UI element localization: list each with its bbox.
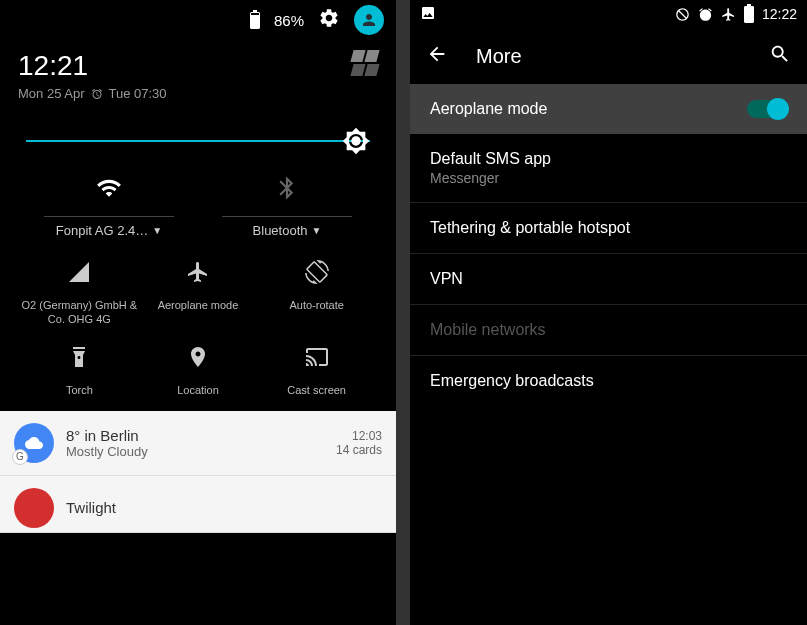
chevron-down-icon: ▼ [152, 225, 162, 236]
airplane-label: Aeroplane mode [158, 298, 239, 312]
row-mobile-networks: Mobile networks [410, 305, 807, 355]
brightness-icon[interactable] [342, 127, 370, 155]
emergency-label: Emergency broadcasts [430, 372, 594, 390]
airplane-tile[interactable]: Aeroplane mode [139, 260, 258, 327]
location-tile[interactable]: Location [139, 345, 258, 397]
toolbar: More [410, 28, 807, 84]
signal-label: O2 (Germany) GmbH & Co. OHG 4G [20, 298, 139, 327]
wifi-icon [96, 170, 122, 206]
status-bar: 86% [0, 0, 396, 40]
row-emergency[interactable]: Emergency broadcasts [410, 356, 807, 406]
search-icon[interactable] [769, 43, 791, 69]
sms-label: Default SMS app [430, 150, 551, 168]
notif-time: 12:03 [336, 429, 382, 443]
wifi-tile[interactable]: Fonpit AG 2.4…▼ [20, 170, 198, 238]
date-row[interactable]: Mon 25 Apr Tue 07:30 [0, 86, 396, 115]
airplane-icon [721, 7, 736, 22]
bluetooth-icon [274, 170, 300, 206]
sms-sublabel: Messenger [430, 170, 551, 186]
brightness-slider[interactable] [0, 115, 396, 160]
clock-text: 12:22 [762, 6, 797, 22]
torch-icon [67, 345, 91, 373]
rotate-tile[interactable]: Auto-rotate [257, 260, 376, 327]
vpn-label: VPN [430, 270, 463, 288]
notification-twilight[interactable]: Twilight [0, 476, 396, 533]
airplane-label: Aeroplane mode [430, 100, 547, 118]
no-sim-icon [675, 7, 690, 22]
row-airplane-mode[interactable]: Aeroplane mode [410, 84, 807, 134]
google-badge: G [12, 449, 28, 465]
chevron-down-icon: ▼ [312, 225, 322, 236]
signal-icon [67, 260, 91, 288]
notif-title: 8° in Berlin [66, 427, 324, 444]
row-default-sms[interactable]: Default SMS app Messenger [410, 134, 807, 202]
status-bar: 12:22 [410, 0, 807, 28]
mobile-label: Mobile networks [430, 321, 546, 339]
notification-weather[interactable]: G 8° in Berlin Mostly Cloudy 12:03 14 ca… [0, 411, 396, 476]
bluetooth-tile[interactable]: Bluetooth▼ [198, 170, 376, 238]
twilight-icon [14, 488, 54, 528]
cast-tile[interactable]: Cast screen [257, 345, 376, 397]
profile-avatar[interactable] [354, 5, 384, 35]
notif-subtitle: Mostly Cloudy [66, 444, 324, 459]
notif-count: 14 cards [336, 443, 382, 457]
picture-icon [420, 5, 436, 24]
battery-icon [250, 12, 260, 29]
tether-label: Tethering & portable hotspot [430, 219, 630, 237]
row-tethering[interactable]: Tethering & portable hotspot [410, 203, 807, 253]
page-title: More [476, 45, 741, 68]
date-text: Mon 25 Apr [18, 86, 85, 101]
torch-tile[interactable]: Torch [20, 345, 139, 397]
airplane-toggle[interactable] [747, 100, 787, 118]
edit-tiles-icon[interactable] [352, 50, 378, 76]
signal-tile[interactable]: O2 (Germany) GmbH & Co. OHG 4G [20, 260, 139, 327]
battery-percent: 86% [274, 12, 304, 29]
alarm-icon [698, 7, 713, 22]
battery-icon [744, 6, 754, 23]
rotate-label: Auto-rotate [289, 298, 343, 312]
airplane-icon [186, 260, 210, 288]
location-label: Location [177, 383, 219, 397]
gear-icon[interactable] [318, 7, 340, 33]
back-icon[interactable] [426, 43, 448, 69]
row-vpn[interactable]: VPN [410, 254, 807, 304]
cast-label: Cast screen [287, 383, 346, 397]
location-icon [186, 345, 210, 373]
alarm-icon [91, 88, 103, 100]
torch-label: Torch [66, 383, 93, 397]
rotate-icon [305, 260, 329, 288]
wifi-label: Fonpit AG 2.4… [56, 223, 149, 238]
weather-icon: G [14, 423, 54, 463]
bluetooth-label: Bluetooth [253, 223, 308, 238]
clock-time: 12:21 [18, 50, 88, 82]
notif-title: Twilight [66, 499, 382, 516]
alarm-text: Tue 07:30 [109, 86, 167, 101]
cast-icon [305, 345, 329, 373]
